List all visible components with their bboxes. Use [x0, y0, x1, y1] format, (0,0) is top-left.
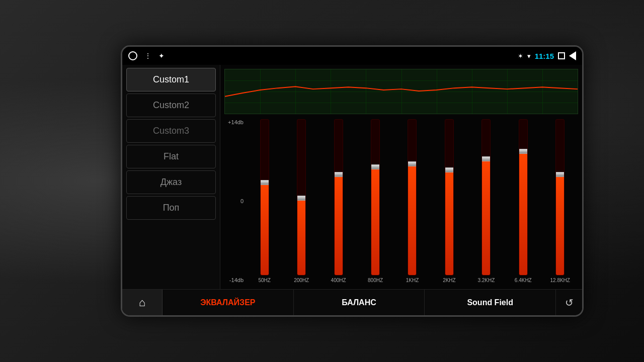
status-left-icons: ⋮ ✦: [128, 51, 165, 60]
freq-label-400hz: 400HZ: [331, 278, 346, 283]
slider-track-800hz[interactable]: [371, 119, 380, 276]
bluetooth-icon: ✶: [518, 52, 523, 60]
tab-balance[interactable]: БАЛАНС: [294, 290, 425, 315]
slider-track-2khz[interactable]: [445, 119, 454, 276]
slider-col-400hz[interactable]: 400HZ: [320, 119, 356, 283]
slider-fill-6.4khz: [519, 151, 527, 275]
slider-fill-2khz: [445, 169, 453, 275]
slider-col-200hz[interactable]: 200HZ: [283, 119, 319, 283]
slider-handle-12.8khz[interactable]: [555, 172, 565, 177]
square-icon[interactable]: [558, 52, 565, 59]
car-background: ⋮ ✦ ✶ ▾ 11:15 Custom1 Custom2 Custom3 Fl…: [0, 0, 644, 362]
usb-icon: ✦: [158, 52, 165, 60]
sliders-area: +14db 0 -14db 50HZ200HZ400HZ800HZ1KHZ2KH…: [224, 117, 578, 285]
slider-fill-800hz: [371, 166, 379, 275]
slider-col-800hz[interactable]: 800HZ: [357, 119, 393, 283]
slider-fill-3.2khz: [482, 158, 490, 275]
slider-fill-200hz: [297, 198, 305, 276]
db-labels: +14db 0 -14db: [224, 117, 247, 285]
slider-fill-400hz: [335, 174, 343, 275]
db-bot-label: -14db: [227, 277, 244, 283]
slider-fill-1khz: [408, 163, 416, 275]
slider-handle-800hz[interactable]: [371, 164, 380, 169]
freq-label-800hz: 800HZ: [368, 278, 383, 283]
slider-track-50hz[interactable]: [260, 119, 269, 276]
preset-pop[interactable]: Поп: [126, 196, 216, 220]
head-unit-screen: ⋮ ✦ ✶ ▾ 11:15 Custom1 Custom2 Custom3 Fl…: [121, 45, 584, 317]
back-button[interactable]: ↺: [556, 290, 582, 315]
status-bar: ⋮ ✦ ✶ ▾ 11:15: [122, 47, 582, 65]
slider-col-12.8khz[interactable]: 12.8KHZ: [542, 119, 578, 283]
db-mid-label: 0: [227, 198, 244, 204]
preset-custom1[interactable]: Custom1: [126, 68, 216, 92]
preset-flat[interactable]: Flat: [126, 145, 216, 168]
freq-label-200hz: 200HZ: [294, 278, 309, 283]
slider-handle-50hz[interactable]: [260, 180, 269, 185]
freq-label-6.4khz: 6.4KHZ: [515, 278, 532, 283]
slider-track-1khz[interactable]: [408, 119, 417, 276]
slider-fill-50hz: [261, 182, 269, 275]
slider-track-3.2khz[interactable]: [481, 119, 491, 276]
freq-label-50hz: 50HZ: [258, 278, 270, 283]
wifi-icon: ▾: [527, 52, 531, 60]
nav-tabs: ЭКВАЛАЙЗЕР БАЛАНС Sound Field: [163, 290, 556, 315]
slider-handle-6.4khz[interactable]: [519, 149, 528, 154]
sliders-grid: 50HZ200HZ400HZ800HZ1KHZ2KHZ3.2KHZ6.4KHZ1…: [247, 117, 578, 285]
main-content: Custom1 Custom2 Custom3 Flat Джаз Поп: [122, 65, 582, 289]
eq-curve-area: [224, 69, 578, 114]
db-top-label: +14db: [227, 119, 244, 125]
preset-jazz[interactable]: Джаз: [126, 170, 216, 194]
preset-list: Custom1 Custom2 Custom3 Flat Джаз Поп: [122, 65, 220, 289]
tab-equalizer[interactable]: ЭКВАЛАЙЗЕР: [163, 290, 294, 315]
bottom-nav: ⌂ ЭКВАЛАЙЗЕР БАЛАНС Sound Field ↺: [122, 289, 582, 315]
tab-soundfield[interactable]: Sound Field: [425, 290, 556, 315]
dots-menu-icon[interactable]: ⋮: [144, 52, 151, 60]
slider-track-200hz[interactable]: [297, 119, 306, 276]
time-display: 11:15: [535, 52, 554, 60]
slider-handle-200hz[interactable]: [297, 196, 306, 201]
back-icon: ↺: [565, 297, 574, 309]
slider-col-1khz[interactable]: 1KHZ: [394, 119, 430, 283]
slider-track-6.4khz[interactable]: [519, 119, 528, 276]
slider-handle-400hz[interactable]: [334, 172, 343, 177]
preset-custom2[interactable]: Custom2: [126, 94, 216, 117]
circle-icon: [128, 51, 137, 60]
slider-col-50hz[interactable]: 50HZ: [247, 119, 282, 283]
freq-label-1khz: 1KHZ: [406, 278, 419, 283]
back-triangle-icon[interactable]: [569, 51, 576, 60]
slider-fill-12.8khz: [556, 174, 564, 275]
home-icon: ⌂: [139, 296, 145, 309]
freq-label-2khz: 2KHZ: [443, 278, 456, 283]
slider-col-3.2khz[interactable]: 3.2KHZ: [468, 119, 504, 283]
slider-handle-3.2khz[interactable]: [481, 156, 491, 161]
slider-handle-1khz[interactable]: [408, 161, 417, 166]
freq-label-3.2khz: 3.2KHZ: [477, 278, 495, 283]
preset-custom3[interactable]: Custom3: [126, 119, 216, 143]
slider-col-6.4khz[interactable]: 6.4KHZ: [505, 119, 541, 283]
slider-col-2khz[interactable]: 2KHZ: [431, 119, 467, 283]
slider-handle-2khz[interactable]: [445, 167, 454, 172]
slider-track-12.8khz[interactable]: [555, 119, 565, 276]
eq-frequency-curve: [225, 69, 578, 114]
home-button[interactable]: ⌂: [122, 290, 163, 315]
slider-track-400hz[interactable]: [334, 119, 343, 276]
freq-label-12.8khz: 12.8KHZ: [550, 278, 570, 283]
eq-area: +14db 0 -14db 50HZ200HZ400HZ800HZ1KHZ2KH…: [220, 65, 582, 289]
status-right-icons: ✶ ▾ 11:15: [518, 51, 576, 60]
